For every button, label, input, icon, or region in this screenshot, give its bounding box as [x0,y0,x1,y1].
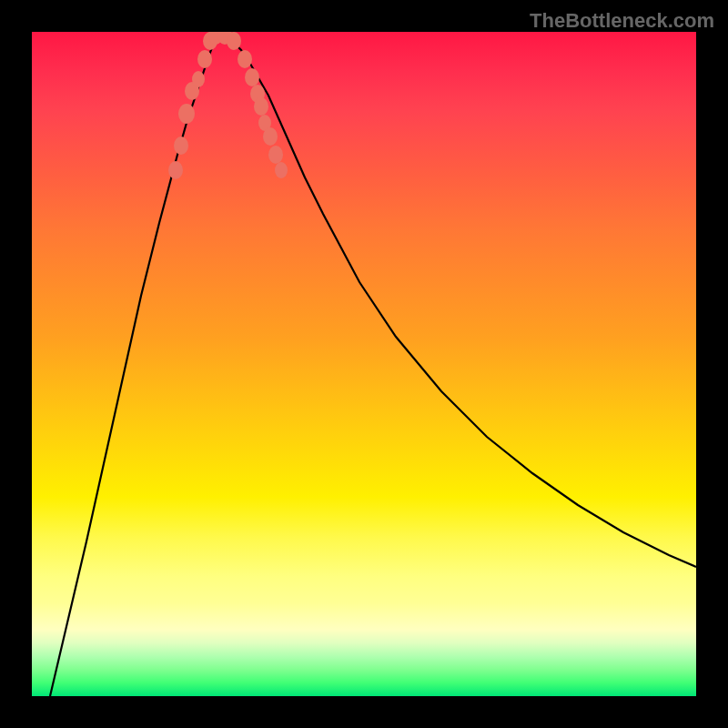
data-marker [238,50,252,68]
curve-group [50,36,696,696]
data-marker [227,32,241,50]
data-marker [178,104,195,124]
data-marker [275,162,288,178]
watermark-text: TheBottleneck.com [530,9,714,33]
data-marker [263,127,278,146]
markers-group [168,32,288,179]
data-marker [254,97,268,116]
bottleneck-curve [50,36,696,696]
data-marker [192,71,205,87]
data-marker [197,50,212,68]
data-marker [268,146,283,164]
chart-svg [32,32,696,696]
plot-area [32,32,696,696]
data-marker [245,68,259,86]
data-marker [174,136,188,155]
data-marker [168,161,183,179]
